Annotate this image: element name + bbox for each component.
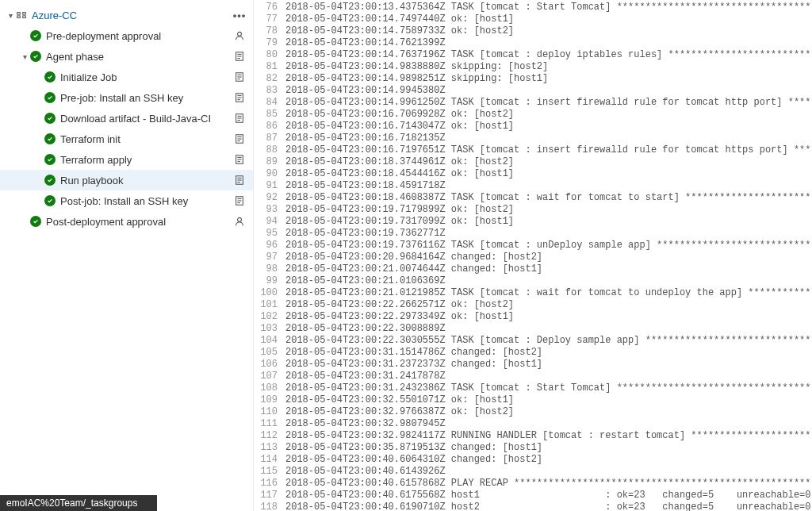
tree-item[interactable]: Post-job: Install an SSH key xyxy=(0,190,253,211)
log-sheet-icon[interactable] xyxy=(232,133,247,144)
line-number: 116 xyxy=(254,478,285,490)
log-line: 1032018-05-04T23:00:22.3008889Z xyxy=(254,323,812,335)
line-number: 100 xyxy=(254,287,285,299)
line-number: 92 xyxy=(254,192,285,204)
log-line: 992018-05-04T23:00:21.0106369Z xyxy=(254,275,812,287)
log-sheet-icon[interactable] xyxy=(232,71,247,83)
log-line: 1162018-05-04T23:00:40.6157868Z PLAY REC… xyxy=(254,478,812,490)
log-sheet-icon[interactable] xyxy=(232,175,247,186)
log-text: 2018-05-04T23:00:19.7376116Z TASK [tomca… xyxy=(285,240,812,252)
line-number: 93 xyxy=(254,204,285,216)
log-text: 2018-05-04T23:00:16.7143047Z ok: [host1] xyxy=(285,121,812,133)
line-number: 87 xyxy=(254,133,285,144)
tree-item[interactable]: Post-deployment approval xyxy=(0,211,253,232)
log-line: 982018-05-04T23:00:21.0074644Z changed: … xyxy=(254,263,812,275)
tree-item[interactable]: Pre-deployment approval xyxy=(0,25,253,46)
log-line: 1122018-05-04T23:00:32.9824117Z RUNNING … xyxy=(254,430,812,442)
log-sheet-icon[interactable] xyxy=(232,154,247,165)
tree-item[interactable]: Pre-job: Install an SSH key xyxy=(0,87,253,108)
tree-item[interactable]: Initialize Job xyxy=(0,67,253,87)
tree-item[interactable]: ▾Agent phase xyxy=(0,46,253,67)
line-number: 77 xyxy=(254,13,285,25)
log-line: 772018-05-04T23:00:14.7497440Z ok: [host… xyxy=(254,13,812,25)
line-number: 104 xyxy=(254,335,285,347)
log-line: 1062018-05-04T23:00:31.2372373Z changed:… xyxy=(254,359,812,371)
log-text: 2018-05-04T23:00:18.3744961Z ok: [host2] xyxy=(285,156,812,168)
log-line: 1072018-05-04T23:00:31.2417878Z xyxy=(254,371,812,382)
line-number: 84 xyxy=(254,97,285,109)
sidebar: ▾Azure-CC•••Pre-deployment approval▾Agen… xyxy=(0,0,254,511)
log-text: 2018-05-04T23:00:31.2372373Z changed: [h… xyxy=(285,359,812,371)
user-icon xyxy=(232,30,247,41)
success-check-icon xyxy=(44,195,56,206)
log-text: 2018-05-04T23:00:16.7069928Z ok: [host2] xyxy=(285,109,812,121)
line-number: 118 xyxy=(254,501,285,511)
tree-item[interactable]: Download artifact - Build-Java-CI xyxy=(0,108,253,129)
log-line: 922018-05-04T23:00:18.4608387Z TASK [tom… xyxy=(254,192,812,204)
url-footer: emoIAC%20Team/_taskgroups xyxy=(0,495,157,511)
log-line: 952018-05-04T23:00:19.7362771Z xyxy=(254,228,812,240)
log-text: 2018-05-04T23:00:40.6143926Z xyxy=(285,466,812,478)
svg-point-4 xyxy=(238,32,242,36)
line-number: 81 xyxy=(254,61,285,73)
line-number: 111 xyxy=(254,418,285,430)
log-text: 2018-05-04T23:00:20.9684164Z changed: [h… xyxy=(285,252,812,263)
log-text: 2018-05-04T23:00:14.7621399Z xyxy=(285,37,812,49)
log-text: 2018-05-04T23:00:32.5501071Z ok: [host1] xyxy=(285,394,812,406)
log-text: 2018-05-04T23:00:18.4608387Z TASK [tomca… xyxy=(285,192,812,204)
log-text: 2018-05-04T23:00:22.3030555Z TASK [tomca… xyxy=(285,335,812,347)
log-sheet-icon[interactable] xyxy=(232,195,247,206)
success-check-icon xyxy=(30,51,41,62)
tree-item[interactable]: Terraform init xyxy=(0,129,253,149)
tree-item-label: Azure-CC xyxy=(32,10,232,21)
tree-item[interactable]: ▾Azure-CC••• xyxy=(0,5,253,25)
log-text: 2018-05-04T23:00:21.0074644Z changed: [h… xyxy=(285,263,812,275)
log-line: 972018-05-04T23:00:20.9684164Z changed: … xyxy=(254,252,812,263)
log-line: 902018-05-04T23:00:18.4544416Z ok: [host… xyxy=(254,168,812,180)
log-text: 2018-05-04T23:00:18.4591718Z xyxy=(285,180,812,192)
svg-rect-1 xyxy=(17,16,21,18)
log-text: 2018-05-04T23:00:19.7317099Z ok: [host1] xyxy=(285,216,812,228)
more-icon[interactable]: ••• xyxy=(232,10,247,21)
line-number: 109 xyxy=(254,394,285,406)
line-number: 94 xyxy=(254,216,285,228)
line-number: 98 xyxy=(254,263,285,275)
log-text: 2018-05-04T23:00:35.8719513Z changed: [h… xyxy=(285,442,812,454)
log-line: 1012018-05-04T23:00:22.2662571Z ok: [hos… xyxy=(254,299,812,311)
log-text: 2018-05-04T23:00:21.0106369Z xyxy=(285,275,812,287)
log-text: 2018-05-04T23:00:16.7182135Z xyxy=(285,133,812,144)
log-sheet-icon[interactable] xyxy=(232,92,247,103)
chevron-down-icon[interactable]: ▾ xyxy=(19,52,30,61)
log-line: 892018-05-04T23:00:18.3744961Z ok: [host… xyxy=(254,156,812,168)
log-line: 842018-05-04T23:00:14.9961250Z TASK [tom… xyxy=(254,97,812,109)
log-text: 2018-05-04T23:00:31.2417878Z xyxy=(285,371,812,382)
log-line: 912018-05-04T23:00:18.4591718Z xyxy=(254,180,812,192)
log-line: 782018-05-04T23:00:14.7589733Z ok: [host… xyxy=(254,25,812,37)
log-line: 852018-05-04T23:00:16.7069928Z ok: [host… xyxy=(254,109,812,121)
line-number: 78 xyxy=(254,25,285,37)
line-number: 97 xyxy=(254,252,285,263)
log-line: 882018-05-04T23:00:16.7197651Z TASK [tom… xyxy=(254,144,812,156)
log-line: 1052018-05-04T23:00:31.1514786Z changed:… xyxy=(254,347,812,359)
log-line: 812018-05-04T23:00:14.9838880Z skipping:… xyxy=(254,61,812,73)
log-sheet-icon[interactable] xyxy=(232,113,247,124)
log-line: 1082018-05-04T23:00:31.2432386Z TASK [to… xyxy=(254,382,812,394)
log-pane[interactable]: 762018-05-04T23:00:13.4375364Z TASK [tom… xyxy=(254,0,812,511)
stage-icon xyxy=(16,10,27,21)
log-line: 962018-05-04T23:00:19.7376116Z TASK [tom… xyxy=(254,240,812,252)
line-number: 82 xyxy=(254,73,285,85)
chevron-down-icon[interactable]: ▾ xyxy=(5,11,16,20)
log-line: 1152018-05-04T23:00:40.6143926Z xyxy=(254,466,812,478)
tree-item-label: Agent phase xyxy=(46,51,232,63)
tree-item-label: Pre-job: Install an SSH key xyxy=(60,92,232,104)
line-number: 89 xyxy=(254,156,285,168)
log-sheet-icon[interactable] xyxy=(232,51,247,62)
log-line: 1022018-05-04T23:00:22.2973349Z ok: [hos… xyxy=(254,311,812,323)
tree-item[interactable]: Run playbook xyxy=(0,170,253,190)
log-text: 2018-05-04T23:00:14.9898251Z skipping: [… xyxy=(285,73,812,85)
tree-item-label: Pre-deployment approval xyxy=(46,30,232,42)
line-number: 103 xyxy=(254,323,285,335)
log-text: 2018-05-04T23:00:16.7197651Z TASK [tomca… xyxy=(285,144,812,156)
success-check-icon xyxy=(44,92,56,103)
tree-item[interactable]: Terraform apply xyxy=(0,149,253,170)
